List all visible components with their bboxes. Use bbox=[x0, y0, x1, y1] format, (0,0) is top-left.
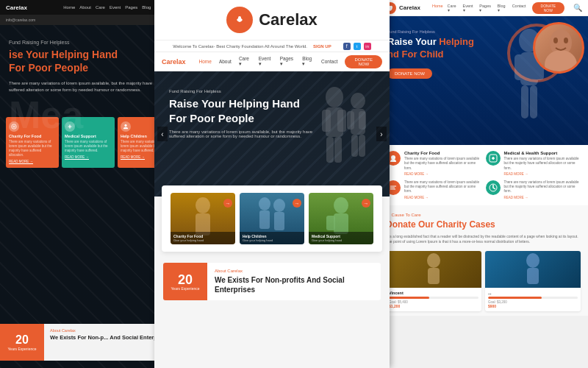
panel2-nav-pages[interactable]: Pages ▾ bbox=[280, 56, 295, 67]
panel3-feature-2-read[interactable]: READ MORE → bbox=[404, 196, 481, 199]
panel3-nav-contact[interactable]: Contact bbox=[512, 4, 526, 13]
panel2-donate-btn[interactable]: DONATE NOW bbox=[345, 55, 382, 68]
panel2-nav-care[interactable]: Care ▾ bbox=[239, 56, 251, 67]
panel2-years: 20 Years Experience bbox=[163, 263, 207, 300]
svg-rect-33 bbox=[521, 85, 528, 118]
panel1-desc: There are many variations of lorem ipsum… bbox=[9, 80, 168, 93]
panel2-nav-about[interactable]: About bbox=[219, 59, 232, 64]
panel2-img-arrow-1[interactable]: → bbox=[293, 199, 301, 208]
panel3-donate-card-1[interactable]: ... Goal: $3,200 $900 bbox=[485, 251, 581, 311]
panel2-image-strip: → Charity For Food Give your helping han… bbox=[162, 185, 382, 252]
search-icon[interactable]: 🔍 bbox=[573, 4, 582, 12]
panel1-title-line3: For Poor People bbox=[9, 62, 88, 74]
panel3-nav-pages[interactable]: Pages ▾ bbox=[479, 4, 492, 13]
panel1-about-label: About Carelax bbox=[50, 328, 171, 333]
svg-point-1 bbox=[124, 124, 126, 127]
panel2-bottom: 20 Years Experience About Carelax We Exi… bbox=[154, 263, 390, 300]
svg-point-10 bbox=[351, 93, 365, 109]
panel1-subtitle: Fund Raising For Helpless bbox=[9, 40, 168, 45]
panel2-topbar-text: Welcome To Carelax- Best Charity Foundat… bbox=[173, 44, 307, 49]
panel1-card-0-read[interactable]: READ MORE → bbox=[9, 160, 56, 163]
twitter-icon[interactable]: t bbox=[354, 43, 361, 50]
panel3-cta-btn[interactable]: DONATE NOW bbox=[387, 68, 432, 79]
panel3-logo-text: Carelax bbox=[399, 4, 420, 11]
panel3-feature-2-desc: There are many variations of lorem ipsum… bbox=[404, 180, 481, 194]
help-children-icon bbox=[121, 121, 131, 132]
panel3-nav-home[interactable]: Home bbox=[432, 4, 443, 13]
svg-rect-39 bbox=[428, 268, 440, 284]
panel2-about-label: About Carelax bbox=[215, 269, 373, 273]
panel2-next-arrow[interactable]: › bbox=[376, 127, 387, 141]
nav-care[interactable]: Care bbox=[96, 5, 105, 10]
panel2-logo-icon bbox=[226, 7, 253, 33]
panel1-header: Carelax Home About Care Event Pages Blog… bbox=[0, 0, 176, 15]
panel3-face-circle bbox=[533, 22, 584, 74]
panel2-nav-logo: Carelax bbox=[162, 58, 186, 66]
panel2-logo-bar: Carelax bbox=[154, 0, 390, 40]
panel2-img-sub-0: Give your helping hand bbox=[173, 238, 232, 242]
panel3-donate-name-0: Vincent bbox=[389, 291, 478, 295]
panel3-hero-highlight: Helping bbox=[439, 36, 474, 47]
panel1-title: ise Your Helping Hand For Poor People bbox=[9, 48, 168, 74]
panel3-feature-3-read[interactable]: READ MORE → bbox=[504, 196, 581, 199]
nav-pages[interactable]: Pages bbox=[125, 5, 137, 10]
panel1-card-1-read[interactable]: READ MORE → bbox=[65, 155, 112, 159]
panel1-years-label: Years Experience bbox=[7, 347, 36, 351]
panel3-donate-cards: Vincent Goal: $5,400 $1,200 bbox=[386, 251, 581, 311]
panel2-hero: Fund Raising For Helpless Raise Your Hel… bbox=[154, 71, 390, 197]
panel2-hero-title-line1: Raise Your Helping Hand bbox=[169, 97, 300, 110]
panel3-feature-1-title: Medical & Health Support bbox=[504, 151, 581, 155]
panel2-img-arrow-0[interactable]: → bbox=[223, 199, 232, 208]
panel2-img-sub-2: Give your helping hand bbox=[312, 238, 370, 242]
panel2-nav-blog[interactable]: Blog ▾ bbox=[302, 56, 314, 67]
panel3-feature-1-desc: There are many variations of lorem ipsum… bbox=[504, 157, 581, 171]
panel2-nav-contact[interactable]: Contact bbox=[321, 59, 337, 64]
panel3-progress-1 bbox=[488, 297, 578, 299]
panel3-feature-1: Medical & Health Support There are many … bbox=[486, 151, 581, 176]
panel3-donate-card-0[interactable]: Vincent Goal: $5,400 $1,200 bbox=[386, 251, 481, 311]
nav-about[interactable]: About bbox=[79, 5, 91, 10]
panel3-nav-event[interactable]: Event ▾ bbox=[463, 4, 476, 13]
panel1-bottom: 20 Years Experience About Carelax We Exi… bbox=[0, 324, 176, 361]
panel2-img-card-0[interactable]: → Charity For Food Give your helping han… bbox=[171, 193, 235, 244]
panel2-about-title: We Exists For Non-profits And Social Ent… bbox=[215, 275, 373, 294]
panel3-feature-1-read[interactable]: READ MORE → bbox=[504, 172, 581, 176]
svg-rect-24 bbox=[326, 216, 335, 230]
panel2-nav-event[interactable]: Event ▾ bbox=[259, 56, 273, 67]
medical-health-icon-p3 bbox=[486, 151, 501, 166]
panel3-donate-title-part2: Cases bbox=[469, 219, 495, 230]
panel2-nav-home[interactable]: Home bbox=[199, 59, 212, 64]
panel1-hero: Carelax Home About Care Event Pages Blog… bbox=[0, 0, 176, 368]
panel3-nav-care[interactable]: Care ▾ bbox=[448, 4, 459, 13]
panel3-donate-name-1: ... bbox=[488, 291, 578, 295]
panel1-logo: Carelax bbox=[6, 4, 27, 11]
panel2-img-arrow-2[interactable]: → bbox=[362, 199, 370, 208]
nav-event[interactable]: Event bbox=[110, 5, 121, 10]
instagram-icon[interactable]: in bbox=[364, 43, 371, 50]
panel3-donate-img-1 bbox=[485, 251, 581, 288]
svg-rect-12 bbox=[347, 111, 354, 130]
panel-center: Carelax Welcome To Carelax- Best Charity… bbox=[154, 0, 390, 368]
panel2-signup-link[interactable]: SIGN UP bbox=[313, 44, 331, 49]
svg-rect-13 bbox=[359, 111, 366, 130]
svg-rect-14 bbox=[351, 135, 358, 157]
panel3-feature-0-read[interactable]: READ MORE → bbox=[404, 172, 481, 176]
panel2-prev-arrow[interactable]: ‹ bbox=[157, 127, 168, 141]
facebook-icon[interactable]: f bbox=[343, 43, 351, 50]
svg-rect-6 bbox=[322, 110, 331, 132]
panel2-years-label: Years Experience bbox=[171, 286, 199, 291]
panel2-img-card-1[interactable]: → Help Children Give your helping hand bbox=[240, 193, 304, 244]
svg-point-28 bbox=[564, 38, 568, 43]
panel2-img-card-2[interactable]: → Medical Support Give your helping hand bbox=[309, 193, 373, 244]
panel3-donate-btn[interactable]: DONATE NOW bbox=[532, 2, 564, 14]
svg-rect-21 bbox=[274, 212, 284, 230]
nav-home[interactable]: Home bbox=[63, 5, 75, 10]
svg-rect-9 bbox=[334, 137, 342, 163]
panel3-nav-blog[interactable]: Blog ▾ bbox=[498, 4, 508, 13]
svg-rect-19 bbox=[259, 210, 270, 229]
panel3-donate-amount-1: $900 bbox=[488, 304, 578, 308]
panel1-card-1-desc: There are many variations of lorem ipsum… bbox=[65, 140, 112, 153]
panel3-feature-3-desc: There are many variations of lorem ipsum… bbox=[504, 180, 581, 194]
svg-point-3 bbox=[238, 16, 241, 19]
nav-blog[interactable]: Blog bbox=[142, 5, 151, 10]
